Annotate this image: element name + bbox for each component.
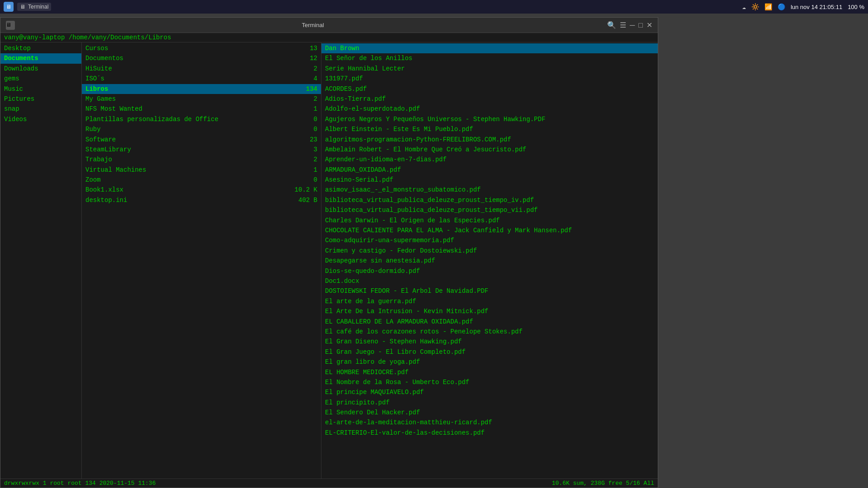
dir-count: 1 bbox=[314, 104, 317, 114]
minimize-button[interactable]: ─ bbox=[630, 21, 635, 29]
file-manager: DesktopDocumentsDownloadsgemsMusicPictur… bbox=[0, 42, 658, 479]
file-item[interactable]: El Señor de los Anillos bbox=[321, 53, 658, 63]
dir-count: 0 bbox=[314, 124, 317, 134]
file-item[interactable]: biblioteca_virtual_publica_deleuze_prous… bbox=[321, 195, 658, 205]
dir-count: 0 bbox=[314, 175, 317, 185]
file-item[interactable]: Agujeros Negros Y Pequeños Universos - S… bbox=[321, 114, 658, 124]
file-item[interactable]: Albert Einstein - Este Es Mi Pueblo.pdf bbox=[321, 124, 658, 134]
file-item[interactable]: Charles Darwin - El Origen de las Especi… bbox=[321, 216, 658, 225]
home-dir-downloads[interactable]: Downloads bbox=[0, 64, 81, 74]
dir-count: 4 bbox=[314, 74, 317, 84]
terminal-tab-icon[interactable]: 🖥 bbox=[6, 21, 15, 30]
docs-dir-software[interactable]: Software23 bbox=[82, 135, 321, 145]
file-item[interactable]: El arte de la guerra.pdf bbox=[321, 296, 658, 306]
dir-name: Book1.xlsx bbox=[85, 185, 123, 195]
home-column: DesktopDocumentsDownloadsgemsMusicPictur… bbox=[0, 42, 82, 479]
dir-count: 3 bbox=[314, 145, 317, 155]
brightness-icon: 🔆 bbox=[751, 3, 759, 11]
file-item[interactable]: El principito.pdf bbox=[321, 398, 658, 408]
home-dir-documents[interactable]: Documents bbox=[0, 53, 81, 63]
home-dir-gems[interactable]: gems bbox=[0, 74, 81, 84]
dir-count: 0 bbox=[314, 114, 317, 124]
dir-name: Trabajo bbox=[85, 155, 112, 164]
status-right: 10.6K sum, 238G free 5/16 All bbox=[552, 480, 654, 487]
file-item[interactable]: CHOCOLATE CALIENTE PARA EL ALMA - Jack C… bbox=[321, 225, 658, 235]
home-dir-videos[interactable]: Videos bbox=[0, 114, 81, 124]
file-item[interactable]: Crimen y castigo - Fedor Dostoiewski.pdf bbox=[321, 246, 658, 256]
docs-dir-cursos[interactable]: Cursos13 bbox=[82, 43, 321, 53]
dir-name: Cursos bbox=[85, 43, 108, 53]
taskbar-left: 🖥 🖥 Terminal bbox=[4, 2, 51, 12]
search-button[interactable]: 🔍 bbox=[607, 21, 616, 29]
docs-dir-desktop.ini[interactable]: desktop.ini402 B bbox=[82, 195, 321, 205]
file-item[interactable]: DOSTOIEWSKI FEDOR - El Arbol De Navidad.… bbox=[321, 286, 658, 296]
home-dir-pictures[interactable]: Pictures bbox=[0, 94, 81, 104]
docs-dir-nfs-most-wanted[interactable]: NFS Most Wanted1 bbox=[82, 104, 321, 114]
app-menu-icon[interactable]: 🖥 bbox=[4, 2, 14, 12]
dir-count: 1 bbox=[314, 165, 317, 175]
docs-dir-my-games[interactable]: My Games2 bbox=[82, 94, 321, 104]
file-item[interactable]: El Gran Juego - El Libro Completo.pdf bbox=[321, 347, 658, 357]
datetime-label: lun nov 14 21:05:11 bbox=[791, 4, 842, 10]
docs-dir-trabajo[interactable]: Trabajo2 bbox=[82, 155, 321, 164]
docs-dir-iso´s[interactable]: ISO´s4 bbox=[82, 74, 321, 84]
file-item[interactable]: biblioteca_virtual_publica_deleuze_prous… bbox=[321, 205, 658, 215]
file-item[interactable]: Desapegarse sin anestesia.pdf bbox=[321, 256, 658, 266]
file-item[interactable]: El Gran Diseno - Stephen Hawking.pdf bbox=[321, 337, 658, 347]
file-item[interactable]: Como-adquirir-una-supermemoria.pdf bbox=[321, 235, 658, 245]
file-item[interactable]: Doc1.docx bbox=[321, 276, 658, 286]
file-item[interactable]: algoritmos-programacion-Python-FREELIBRO… bbox=[321, 135, 658, 145]
path-bar: vany@vany-laptop /home/vany/Documents/Li… bbox=[0, 33, 658, 42]
docs-dir-libros[interactable]: Libros134 bbox=[82, 84, 321, 94]
file-item[interactable]: ARMADURA_OXIDADA.pdf bbox=[321, 165, 658, 175]
docs-dir-steamlibrary[interactable]: SteamLibrary3 bbox=[82, 145, 321, 155]
docs-dir-book1.xlsx[interactable]: Book1.xlsx10.2 K bbox=[82, 185, 321, 195]
file-item[interactable]: El principe MAQUIAVELO.pdf bbox=[321, 387, 658, 397]
file-item[interactable]: EL HOMBRE MEDIOCRE.pdf bbox=[321, 367, 658, 377]
dir-count: 23 bbox=[310, 135, 317, 145]
maximize-button[interactable]: □ bbox=[638, 21, 643, 29]
docs-dir-virtual-machines[interactable]: Virtual Machines1 bbox=[82, 165, 321, 175]
file-item[interactable]: Adolfo-el-superdotado.pdf bbox=[321, 104, 658, 114]
file-item[interactable]: asimov_isaac_-_el_monstruo_subatomico.pd… bbox=[321, 185, 658, 195]
dir-name: My Games bbox=[85, 94, 116, 104]
docs-dir-ruby[interactable]: Ruby0 bbox=[82, 124, 321, 134]
dir-name: Virtual Machines bbox=[85, 165, 146, 175]
file-item[interactable]: Serie Hannibal Lecter bbox=[321, 64, 658, 74]
menu-button[interactable]: ☰ bbox=[620, 21, 626, 29]
file-item[interactable]: El café de los corazones rotos - Penelop… bbox=[321, 327, 658, 337]
file-item[interactable]: Ambelain Robert - El Hombre Que Creó a J… bbox=[321, 145, 658, 155]
file-item[interactable]: el-arte-de-la-meditacion-matthieu-ricard… bbox=[321, 418, 658, 427]
taskbar: 🖥 🖥 Terminal ☁ 🔆 📶 🔵 lun nov 14 21:05:11… bbox=[0, 0, 868, 14]
file-item[interactable]: Dios-se-quedo-dormido.pdf bbox=[321, 266, 658, 276]
file-item[interactable]: Asesino-Serial.pdf bbox=[321, 175, 658, 185]
file-item[interactable]: 131977.pdf bbox=[321, 74, 658, 84]
close-button[interactable]: ✕ bbox=[646, 21, 652, 29]
file-item[interactable]: Adios-Tierra.pdf bbox=[321, 94, 658, 104]
dir-name: NFS Most Wanted bbox=[85, 104, 142, 114]
home-dir-snap[interactable]: snap bbox=[0, 104, 81, 114]
file-item[interactable]: Dan Brown bbox=[321, 43, 658, 53]
dir-name: Plantillas personalizadas de Office bbox=[85, 114, 218, 124]
dir-count: 402 B bbox=[298, 195, 317, 205]
home-dir-desktop[interactable]: Desktop bbox=[0, 43, 81, 53]
dir-count: 13 bbox=[310, 43, 317, 53]
file-item[interactable]: EL CABALLERO DE LA ARMADURA OXIDADA.pdf bbox=[321, 317, 658, 327]
dir-name: desktop.ini bbox=[85, 195, 127, 205]
dir-name: HiSuite bbox=[85, 64, 112, 74]
dir-name: Software bbox=[85, 135, 116, 145]
docs-dir-hisuite[interactable]: HiSuite2 bbox=[82, 64, 321, 74]
file-item[interactable]: ACORDES.pdf bbox=[321, 84, 658, 94]
file-item[interactable]: Aprender-un-idioma-en-7-dias.pdf bbox=[321, 155, 658, 164]
home-dir-music[interactable]: Music bbox=[0, 84, 81, 94]
file-item[interactable]: El gran libro de yoga.pdf bbox=[321, 357, 658, 367]
taskbar-terminal-app[interactable]: 🖥 Terminal bbox=[17, 3, 51, 11]
prompt: vany@vany-laptop bbox=[4, 34, 65, 41]
docs-dir-documentos[interactable]: Documentos12 bbox=[82, 53, 321, 63]
file-item[interactable]: El Sendero Del Hacker.pdf bbox=[321, 408, 658, 418]
file-item[interactable]: El Nombre de la Rosa - Umberto Eco.pdf bbox=[321, 377, 658, 387]
file-item[interactable]: EL-CRITERIO-El-valor-de-las-decisiones.p… bbox=[321, 428, 658, 438]
docs-dir-zoom[interactable]: Zoom0 bbox=[82, 175, 321, 185]
file-item[interactable]: El Arte De La Intrusion - Kevin Mitnick.… bbox=[321, 306, 658, 316]
docs-dir-plantillas-personalizadas-de-office[interactable]: Plantillas personalizadas de Office0 bbox=[82, 114, 321, 124]
